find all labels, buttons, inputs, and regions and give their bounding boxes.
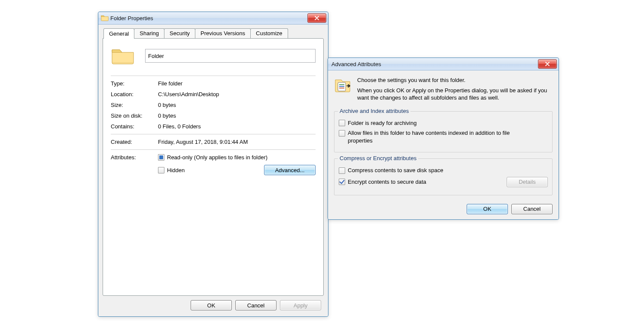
tab-sharing[interactable]: Sharing	[134, 28, 164, 39]
checkbox-compress[interactable]: Compress contents to save disk space	[339, 167, 444, 174]
separator	[111, 134, 316, 134]
checkbox-hidden-label: Hidden	[167, 167, 185, 173]
checkbox-box-icon	[158, 167, 164, 173]
folder-icon-large	[111, 46, 135, 65]
close-button[interactable]	[538, 59, 557, 69]
label-size-on-disk: Size on disk:	[111, 112, 158, 119]
advanced-message-1: Choose the settings you want for this fo…	[357, 76, 553, 84]
checkbox-box-icon	[339, 120, 345, 126]
checkbox-box-icon	[339, 130, 345, 137]
tab-security[interactable]: Security	[164, 28, 195, 39]
checkbox-archive[interactable]: Folder is ready for archiving	[339, 119, 416, 127]
details-button[interactable]: Details	[507, 177, 548, 187]
tabstrip: General Sharing Security Previous Versio…	[103, 28, 324, 38]
advanced-attributes-window: Advanced Attributes Choose the settings …	[328, 58, 559, 220]
value-size: 0 bytes	[158, 102, 316, 108]
separator	[111, 149, 316, 150]
tab-previous-versions[interactable]: Previous Versions	[195, 28, 251, 39]
group-compress-title: Compress or Encrypt attributes	[338, 155, 418, 161]
value-location: C:\Users\Admin\Desktop	[158, 91, 316, 97]
checkbox-box-icon	[158, 154, 164, 161]
dialog-button-row: OK Cancel	[334, 201, 553, 214]
checkbox-archive-label: Folder is ready for archiving	[348, 119, 416, 127]
advanced-button[interactable]: Advanced...	[264, 165, 316, 175]
dialog-body: Choose the settings you want for this fo…	[328, 70, 559, 219]
value-type: File folder	[158, 80, 316, 87]
checkbox-index-label: Allow files in this folder to have conte…	[348, 129, 532, 144]
ok-button[interactable]: OK	[467, 204, 508, 214]
label-size: Size:	[111, 102, 158, 108]
folder-name-input[interactable]	[145, 49, 316, 63]
tab-panel-general: Type:File folder Location:C:\Users\Admin…	[103, 38, 324, 296]
close-button[interactable]	[307, 13, 326, 23]
checkbox-encrypt-label: Encrypt contents to secure data	[348, 178, 426, 186]
separator	[111, 76, 316, 76]
ok-button[interactable]: OK	[191, 300, 232, 310]
checkbox-readonly[interactable]: Read-only (Only applies to files in fold…	[158, 154, 267, 161]
cancel-button[interactable]: Cancel	[511, 204, 553, 214]
value-created: Friday, August 17, 2018, 9:01:44 AM	[158, 139, 316, 145]
checkbox-box-icon	[339, 167, 345, 174]
label-created: Created:	[111, 139, 158, 145]
label-location: Location:	[111, 91, 158, 97]
value-size-on-disk: 0 bytes	[158, 112, 316, 119]
folder-icon	[101, 14, 109, 22]
folder-properties-window: Folder Properties General Sharing Securi…	[98, 12, 328, 317]
checkbox-compress-label: Compress contents to save disk space	[348, 167, 444, 174]
label-type: Type:	[111, 80, 158, 87]
window-title: Advanced Attributes	[331, 61, 538, 67]
titlebar[interactable]: Advanced Attributes	[328, 58, 559, 70]
value-contains: 0 Files, 0 Folders	[158, 123, 316, 130]
label-attributes: Attributes:	[111, 154, 158, 161]
window-title: Folder Properties	[109, 15, 307, 21]
checkbox-box-icon	[339, 179, 345, 185]
checkbox-readonly-label: Read-only (Only applies to files in fold…	[167, 154, 267, 161]
tab-customize[interactable]: Customize	[250, 28, 288, 39]
advanced-message-2: When you click OK or Apply on the Proper…	[357, 87, 553, 102]
checkbox-hidden[interactable]: Hidden	[158, 167, 185, 173]
dialog-button-row: OK Cancel Apply	[103, 296, 324, 312]
attributes-icon	[334, 76, 351, 94]
checkbox-index[interactable]: Allow files in this folder to have conte…	[339, 129, 532, 144]
dialog-body: General Sharing Security Previous Versio…	[98, 24, 328, 316]
cancel-button[interactable]: Cancel	[235, 300, 276, 310]
apply-button[interactable]: Apply	[280, 300, 321, 310]
titlebar[interactable]: Folder Properties	[98, 12, 328, 24]
checkbox-encrypt[interactable]: Encrypt contents to secure data	[339, 178, 426, 186]
group-compress-encrypt: Compress or Encrypt attributes Compress …	[334, 158, 553, 195]
group-archive-title: Archive and Index attributes	[338, 108, 410, 114]
label-contains: Contains:	[111, 123, 158, 130]
tab-general[interactable]: General	[103, 28, 134, 39]
group-archive-index: Archive and Index attributes Folder is r…	[334, 111, 553, 153]
